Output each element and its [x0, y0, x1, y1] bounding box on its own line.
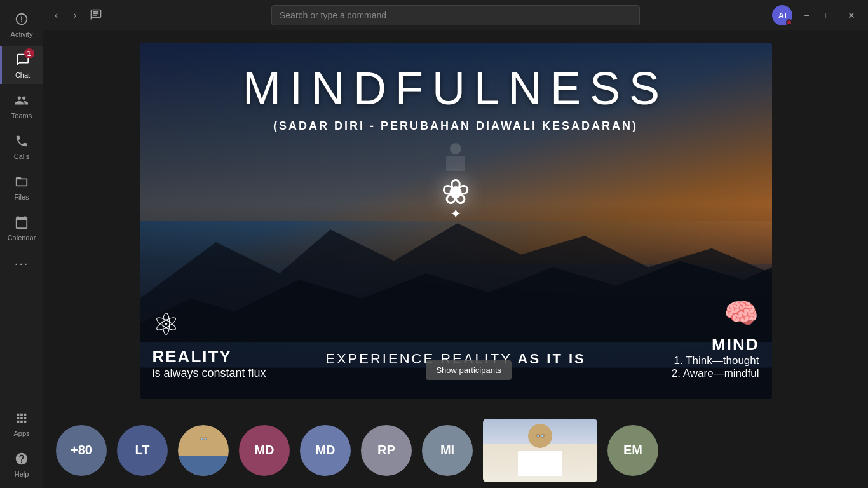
user-initials: AI: [778, 11, 787, 20]
sidebar-item-apps-label: Apps: [13, 430, 29, 437]
nav-back-button[interactable]: ‹: [50, 7, 63, 24]
participant-md2[interactable]: MD: [300, 425, 351, 476]
sidebar-item-activity[interactable]: Activity: [0, 5, 43, 43]
sidebar-item-teams-label: Teams: [11, 112, 32, 119]
sidebar-item-calls-label: Calls: [14, 152, 29, 160]
files-icon: [15, 175, 29, 189]
sidebar-item-activity-label: Activity: [11, 30, 33, 38]
participant-mi-label: MI: [440, 443, 454, 458]
participant-lt[interactable]: LT: [117, 425, 168, 476]
participant-photo1[interactable]: 👓: [178, 425, 229, 476]
titlebar-left: ‹ ›: [50, 6, 105, 25]
participant-count-label: +80: [71, 443, 92, 458]
minimize-button[interactable]: −: [799, 8, 814, 23]
atom-icon: ⚛: [153, 306, 180, 342]
calls-icon: [15, 134, 29, 148]
slide-mind-item-1: 1. Think—thought: [674, 355, 759, 367]
participant-rp[interactable]: RP: [361, 425, 412, 476]
slide-mind-item-2: 2. Aware—mindful: [672, 367, 759, 380]
participant-count[interactable]: +80: [56, 425, 107, 476]
sidebar-item-chat[interactable]: 1 Chat: [0, 46, 43, 84]
titlebar-right: AI − □ ✕: [772, 5, 860, 25]
maximize-button[interactable]: □: [821, 8, 836, 23]
sidebar-item-calendar[interactable]: Calendar: [0, 208, 43, 247]
sidebar-item-help-label: Help: [15, 470, 29, 478]
sidebar-item-apps[interactable]: Apps: [0, 404, 43, 442]
slide-subtitle: (SADAR DIRI - PERUBAHAN DIAWALI KESADARA…: [273, 119, 638, 133]
calendar-icon: [15, 215, 29, 229]
sidebar-item-more[interactable]: ···: [0, 249, 43, 277]
slide-mind-section: 🧠 MIND 1. Think—thought 2. Aware—mindful: [672, 297, 759, 380]
participant-em-label: EM: [623, 443, 642, 458]
participant-rp-label: RP: [377, 443, 395, 458]
help-icon: [15, 452, 29, 466]
participants-bar: +80 LT 👓 MD MD RP MI: [43, 412, 868, 488]
nav-forward-button[interactable]: ›: [68, 7, 81, 24]
participant-md2-label: MD: [315, 443, 335, 458]
sidebar-item-files[interactable]: Files: [0, 168, 43, 206]
slide-area: ❀ ✦ MINDFULNESS (SADAR DIRI - PERUBAHAN …: [43, 30, 868, 412]
user-status-dot: [786, 19, 792, 25]
search-bar[interactable]: Search or type a command: [271, 5, 640, 25]
sidebar-item-calls[interactable]: Calls: [0, 127, 43, 165]
user-avatar[interactable]: AI: [772, 5, 792, 25]
search-placeholder: Search or type a command: [280, 10, 386, 20]
participant-lt-label: LT: [135, 443, 150, 458]
participant-video[interactable]: 👓: [483, 419, 597, 482]
sidebar-item-files-label: Files: [14, 193, 29, 201]
slide-reality-text: is always constant flux: [153, 367, 266, 380]
participant-md1-label: MD: [254, 443, 274, 458]
sidebar-item-calendar-label: Calendar: [8, 234, 36, 241]
sidebar: Activity 1 Chat Teams Calls Files Calend…: [0, 0, 43, 488]
slide-container: ❀ ✦ MINDFULNESS (SADAR DIRI - PERUBAHAN …: [140, 43, 772, 399]
main-content: ❀ ✦ MINDFULNESS (SADAR DIRI - PERUBAHAN …: [43, 30, 868, 488]
sidebar-item-chat-label: Chat: [15, 71, 30, 79]
apps-icon: [15, 411, 29, 425]
brain-icon: 🧠: [724, 297, 759, 330]
slide-reality-section: ⚛ REALITY is always constant flux: [153, 306, 266, 380]
more-dots-icon: ···: [15, 256, 29, 271]
participant-em[interactable]: EM: [607, 425, 658, 476]
slide-bottom-section: ⚛ REALITY is always constant flux Show p…: [140, 297, 772, 380]
participant-md1[interactable]: MD: [239, 425, 290, 476]
show-participants-button[interactable]: Show participants: [426, 360, 512, 380]
slide-mind-title: MIND: [712, 335, 759, 355]
teams-icon: [15, 93, 29, 107]
close-button[interactable]: ✕: [843, 8, 860, 23]
slide-title: MINDFULNESS: [243, 62, 668, 114]
new-chat-button[interactable]: [87, 6, 105, 25]
activity-icon: [15, 12, 29, 26]
participant-mi[interactable]: MI: [422, 425, 473, 476]
sidebar-item-help[interactable]: Help: [0, 445, 43, 483]
slide-reality-title: REALITY: [153, 347, 232, 367]
sidebar-item-teams[interactable]: Teams: [0, 86, 43, 125]
chat-badge: 1: [24, 48, 34, 58]
new-chat-icon: [90, 8, 102, 21]
titlebar: ‹ › Search or type a command AI − □ ✕: [43, 0, 868, 30]
